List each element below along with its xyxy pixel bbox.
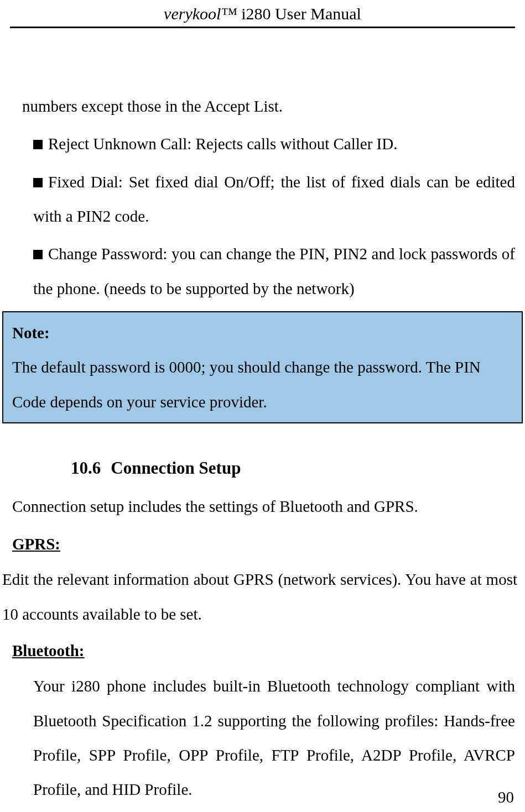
header-title: i280 User Manual xyxy=(237,4,361,23)
gprs-heading: GPRS: xyxy=(12,527,515,561)
bullet-reject-unknown: Reject Unknown Call: Rejects calls witho… xyxy=(22,127,515,161)
bullet-text: Fixed Dial: Set fixed dial On/Off; the l… xyxy=(33,173,515,225)
bullet-change-password: Change Password: you can change the PIN,… xyxy=(22,237,515,306)
note-box: Note: The default password is 0000; you … xyxy=(2,311,523,423)
page-header: verykool™ i280 User Manual xyxy=(0,0,525,27)
square-bullet-icon xyxy=(33,178,43,187)
square-bullet-icon xyxy=(33,140,43,149)
bluetooth-heading: Bluetooth: xyxy=(12,633,515,668)
section-heading: 10.6Connection Setup xyxy=(22,450,515,487)
bullet-text: Change Password: you can change the PIN,… xyxy=(33,245,515,297)
bullet-fixed-dial: Fixed Dial: Set fixed dial On/Off; the l… xyxy=(22,165,515,234)
bullet-bluetooth: Your i280 phone includes built-in Blueto… xyxy=(22,669,515,806)
note-title: Note: xyxy=(12,316,516,350)
bullet-text: Your i280 phone includes built-in Blueto… xyxy=(33,677,515,798)
section-title: Connection Setup xyxy=(111,458,241,478)
gprs-body: Edit the relevant information about GPRS… xyxy=(2,562,517,631)
square-bullet-icon xyxy=(33,250,43,259)
page-number: 90 xyxy=(498,788,514,806)
intro-paragraph: numbers except those in the Accept List. xyxy=(22,89,515,123)
brand-name: verykool™ xyxy=(164,4,237,23)
section-number: 10.6 xyxy=(71,458,101,478)
bullet-text: Reject Unknown Call: Rejects calls witho… xyxy=(48,135,397,153)
section-intro: Connection setup includes the settings o… xyxy=(12,489,515,523)
page-content: numbers except those in the Accept List.… xyxy=(0,28,525,807)
note-body: The default password is 0000; you should… xyxy=(12,350,516,419)
